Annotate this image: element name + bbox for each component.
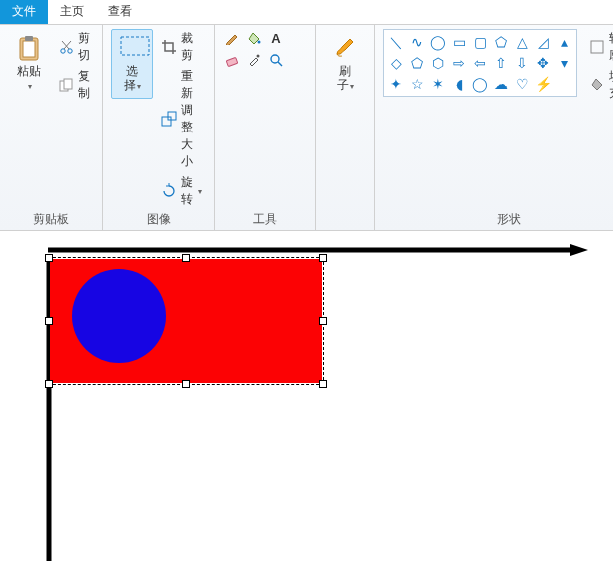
tab-home[interactable]: 主页 bbox=[48, 0, 96, 24]
svg-rect-2 bbox=[25, 36, 33, 41]
group-label-clipboard: 剪贴板 bbox=[33, 211, 69, 228]
shape-6star[interactable]: ✶ bbox=[429, 75, 447, 93]
rotate-icon bbox=[161, 183, 177, 199]
handle-n[interactable] bbox=[182, 254, 190, 262]
svg-point-14 bbox=[257, 55, 260, 58]
ribbon: 粘贴▾ 剪切 复制 剪贴板 选 择▾ bbox=[0, 25, 613, 231]
select-label: 选 择 bbox=[124, 64, 139, 92]
shape-callout-rd[interactable]: ◖ bbox=[450, 75, 468, 93]
svg-marker-19 bbox=[570, 244, 588, 256]
cut-button[interactable]: 剪切 bbox=[54, 29, 94, 65]
select-rect-icon bbox=[118, 34, 146, 62]
shape-oval[interactable]: ◯ bbox=[429, 33, 447, 51]
scissors-icon bbox=[58, 39, 74, 55]
svg-rect-17 bbox=[591, 41, 603, 53]
handle-s[interactable] bbox=[182, 380, 190, 388]
shape-scroll-up[interactable]: ▴ bbox=[555, 33, 573, 51]
x-axis-arrow bbox=[48, 243, 588, 257]
picker-tool[interactable] bbox=[245, 51, 263, 69]
zoom-tool[interactable] bbox=[267, 51, 285, 69]
brush-button[interactable]: 刷 子▾ bbox=[324, 29, 366, 99]
svg-rect-10 bbox=[162, 117, 171, 126]
outline-label: 轮廓 bbox=[609, 30, 613, 64]
shape-arrow-l[interactable]: ⇦ bbox=[471, 54, 489, 72]
handle-nw[interactable] bbox=[45, 254, 53, 262]
group-shapes: ＼ ∿ ◯ ▭ ▢ ⬠ △ ◿ ▴ ◇ ⬠ ⬡ ⇨ ⇦ ⇧ ⇩ ✥ ▾ ✦ ☆ bbox=[375, 25, 613, 230]
fill-icon bbox=[589, 77, 605, 93]
fill-button[interactable]: 填充▾ bbox=[585, 67, 613, 103]
shape-arrow-r[interactable]: ⇨ bbox=[450, 54, 468, 72]
shape-rtriangle[interactable]: ◿ bbox=[534, 33, 552, 51]
group-brush: 刷 子▾ bbox=[316, 25, 375, 230]
group-tools: A 工具 bbox=[215, 25, 316, 230]
shape-4star[interactable]: ✦ bbox=[387, 75, 405, 93]
svg-point-15 bbox=[271, 55, 279, 63]
cut-label: 剪切 bbox=[78, 30, 90, 64]
eraser-tool[interactable] bbox=[223, 51, 241, 69]
pencil-tool[interactable] bbox=[223, 29, 241, 47]
fill-tool[interactable] bbox=[245, 29, 263, 47]
shape-curve[interactable]: ∿ bbox=[408, 33, 426, 51]
svg-point-12 bbox=[258, 41, 261, 44]
svg-rect-11 bbox=[168, 112, 176, 120]
outline-button[interactable]: 轮廓▾ bbox=[585, 29, 613, 65]
rotate-label: 旋转 bbox=[181, 174, 193, 208]
selection-rectangle[interactable] bbox=[48, 257, 324, 385]
shape-callout-ov[interactable]: ◯ bbox=[471, 75, 489, 93]
copy-icon bbox=[58, 77, 74, 93]
shape-pentagon[interactable]: ⬠ bbox=[408, 54, 426, 72]
crop-icon bbox=[161, 39, 177, 55]
tab-view[interactable]: 查看 bbox=[96, 0, 144, 24]
tool-grid: A bbox=[223, 29, 307, 69]
text-tool[interactable]: A bbox=[267, 29, 285, 47]
resize-label: 重新调整大小 bbox=[181, 68, 202, 170]
paste-label: 粘贴 bbox=[17, 64, 41, 78]
handle-ne[interactable] bbox=[319, 254, 327, 262]
resize-icon bbox=[161, 111, 177, 127]
shape-4arrow[interactable]: ✥ bbox=[534, 54, 552, 72]
handle-e[interactable] bbox=[319, 317, 327, 325]
shape-hexagon[interactable]: ⬡ bbox=[429, 54, 447, 72]
svg-rect-9 bbox=[121, 37, 149, 55]
handle-w[interactable] bbox=[45, 317, 53, 325]
copy-label: 复制 bbox=[78, 68, 90, 102]
rotate-button[interactable]: 旋转▾ bbox=[157, 173, 206, 209]
shape-roundrect[interactable]: ▢ bbox=[471, 33, 489, 51]
svg-rect-8 bbox=[64, 79, 72, 89]
group-label-tools: 工具 bbox=[253, 211, 277, 228]
shape-scroll-dn[interactable]: ▾ bbox=[555, 54, 573, 72]
canvas-area[interactable]: https://blog.csdn.net/z@51CTO博客 bbox=[0, 231, 613, 561]
shape-bolt[interactable]: ⚡ bbox=[534, 75, 552, 93]
fill-label: 填充 bbox=[609, 68, 613, 102]
shape-gallery[interactable]: ＼ ∿ ◯ ▭ ▢ ⬠ △ ◿ ▴ ◇ ⬠ ⬡ ⇨ ⇦ ⇧ ⇩ ✥ ▾ ✦ ☆ bbox=[383, 29, 577, 97]
handle-se[interactable] bbox=[319, 380, 327, 388]
ribbon-tabs: 文件 主页 查看 bbox=[0, 0, 613, 25]
outline-icon bbox=[589, 39, 605, 55]
tab-file[interactable]: 文件 bbox=[0, 0, 48, 24]
shape-triangle[interactable]: △ bbox=[513, 33, 531, 51]
brush-icon bbox=[331, 34, 359, 62]
shape-heart[interactable]: ♡ bbox=[513, 75, 531, 93]
crop-label: 裁剪 bbox=[181, 30, 202, 64]
clipboard-icon bbox=[15, 34, 43, 62]
shape-rect[interactable]: ▭ bbox=[450, 33, 468, 51]
handle-sw[interactable] bbox=[45, 380, 53, 388]
group-image: 选 择▾ 裁剪 重新调整大小 旋转▾ 图像 bbox=[103, 25, 215, 230]
select-button[interactable]: 选 择▾ bbox=[111, 29, 153, 99]
resize-button[interactable]: 重新调整大小 bbox=[157, 67, 206, 171]
svg-rect-13 bbox=[226, 57, 237, 66]
svg-rect-1 bbox=[23, 41, 35, 57]
group-label-shapes: 形状 bbox=[497, 211, 521, 228]
crop-button[interactable]: 裁剪 bbox=[157, 29, 206, 65]
svg-point-3 bbox=[61, 49, 65, 53]
shape-arrow-u[interactable]: ⇧ bbox=[492, 54, 510, 72]
shape-polygon[interactable]: ⬠ bbox=[492, 33, 510, 51]
shape-line[interactable]: ＼ bbox=[387, 33, 405, 51]
copy-button[interactable]: 复制 bbox=[54, 67, 94, 103]
shape-arrow-d[interactable]: ⇩ bbox=[513, 54, 531, 72]
shape-callout-cl[interactable]: ☁ bbox=[492, 75, 510, 93]
group-label-image: 图像 bbox=[147, 211, 171, 228]
shape-diamond[interactable]: ◇ bbox=[387, 54, 405, 72]
paste-button[interactable]: 粘贴▾ bbox=[8, 29, 50, 99]
shape-5star[interactable]: ☆ bbox=[408, 75, 426, 93]
